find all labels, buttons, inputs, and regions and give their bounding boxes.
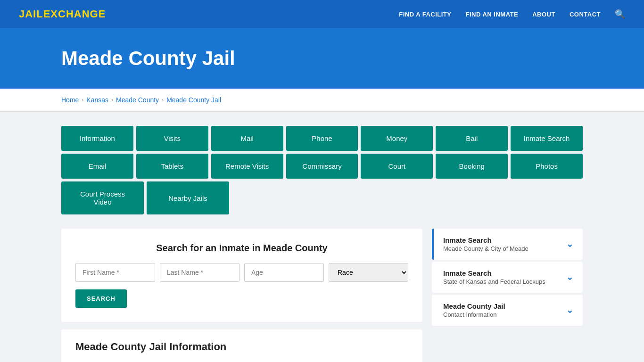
breadcrumb: Home › Kansas › Meade County › Meade Cou… xyxy=(61,96,583,104)
nav-find-facility[interactable]: FIND A FACILITY xyxy=(399,11,451,18)
grid-btn-money[interactable]: Money xyxy=(361,126,433,151)
age-input[interactable] xyxy=(244,263,324,282)
grid-btn-commissary[interactable]: Commissary xyxy=(286,154,358,179)
search-icon-button[interactable]: 🔍 xyxy=(615,9,625,19)
sidebar-item-text-2: Meade County Jail Contact Information xyxy=(443,302,505,318)
main-content: InformationVisitsMailPhoneMoneyBailInmat… xyxy=(0,112,644,362)
first-name-input[interactable] xyxy=(75,263,155,282)
race-select[interactable]: RaceWhiteBlackHispanicAsianOther xyxy=(329,263,408,282)
main-nav: FIND A FACILITY FIND AN INMATE ABOUT CON… xyxy=(399,9,625,19)
header: JAILEXCHANGE FIND A FACILITY FIND AN INM… xyxy=(0,0,644,28)
sidebar-item-title-0: Inmate Search xyxy=(443,236,528,244)
sidebar-item-subtitle-1: State of Kansas and Federal Lockups xyxy=(443,278,545,285)
content-area: Search for an Inmate in Meade County Rac… xyxy=(61,229,583,362)
sidebar-item-1[interactable]: Inmate Search State of Kansas and Federa… xyxy=(432,262,583,293)
grid-btn-visits[interactable]: Visits xyxy=(136,126,208,151)
grid-btn-mail[interactable]: Mail xyxy=(211,126,283,151)
info-heading: Meade County Jail Information xyxy=(75,341,408,353)
nav-about[interactable]: ABOUT xyxy=(532,11,555,18)
breadcrumb-meade-county[interactable]: Meade County xyxy=(116,96,159,104)
search-fields: RaceWhiteBlackHispanicAsianOther xyxy=(75,263,408,282)
last-name-input[interactable] xyxy=(160,263,239,282)
breadcrumb-home[interactable]: Home xyxy=(61,96,79,104)
search-button[interactable]: SEARCH xyxy=(75,289,127,308)
chevron-icon-1: ⌄ xyxy=(566,272,573,282)
logo[interactable]: JAILEXCHANGE xyxy=(19,8,106,20)
sidebar-item-subtitle-2: Contact Information xyxy=(443,311,505,318)
chevron-icon-2: ⌄ xyxy=(566,305,573,315)
breadcrumb-kansas[interactable]: Kansas xyxy=(86,96,108,104)
chevron-icon-0: ⌄ xyxy=(566,239,573,249)
sidebar-item-0[interactable]: Inmate Search Meade County & City of Mea… xyxy=(432,229,583,260)
grid-btn-inmate-search[interactable]: Inmate Search xyxy=(511,126,583,151)
grid-btn-court-process-video[interactable]: Court Process Video xyxy=(61,181,144,214)
nav-contact[interactable]: CONTACT xyxy=(570,11,601,18)
sidebar-item-text-1: Inmate Search State of Kansas and Federa… xyxy=(443,269,545,285)
page-title: Meade County Jail xyxy=(61,47,625,70)
breadcrumb-sep-1: › xyxy=(82,97,83,103)
sidebar-item-2[interactable]: Meade County Jail Contact Information ⌄ xyxy=(432,295,583,326)
breadcrumb-sep-2: › xyxy=(111,97,113,103)
hero-section: Meade County Jail xyxy=(0,28,644,89)
grid-btn-tablets[interactable]: Tablets xyxy=(136,154,208,179)
sidebar-item-subtitle-0: Meade County & City of Meade xyxy=(443,245,528,252)
logo-jail: JAIL xyxy=(19,8,43,20)
grid-btn-bail[interactable]: Bail xyxy=(436,126,508,151)
nav-find-inmate[interactable]: FIND AN INMATE xyxy=(465,11,518,18)
search-heading: Search for an Inmate in Meade County xyxy=(75,243,408,254)
grid-btn-nearby-jails[interactable]: Nearby Jails xyxy=(147,181,229,214)
breadcrumb-current: Meade County Jail xyxy=(166,96,221,104)
logo-exchange: EXCHANGE xyxy=(43,8,106,20)
inmate-search-box: Search for an Inmate in Meade County Rac… xyxy=(61,229,422,322)
grid-btn-remote-visits[interactable]: Remote Visits xyxy=(211,154,283,179)
breadcrumb-sep-3: › xyxy=(162,97,164,103)
sidebar: Inmate Search Meade County & City of Mea… xyxy=(432,229,583,326)
grid-btn-email[interactable]: Email xyxy=(61,154,133,179)
category-button-grid: InformationVisitsMailPhoneMoneyBailInmat… xyxy=(61,126,583,214)
grid-btn-court[interactable]: Court xyxy=(361,154,433,179)
sidebar-item-text-0: Inmate Search Meade County & City of Mea… xyxy=(443,236,528,252)
breadcrumb-bar: Home › Kansas › Meade County › Meade Cou… xyxy=(0,89,644,112)
grid-btn-booking[interactable]: Booking xyxy=(436,154,508,179)
grid-btn-phone[interactable]: Phone xyxy=(286,126,358,151)
grid-btn-information[interactable]: Information xyxy=(61,126,133,151)
grid-btn-photos[interactable]: Photos xyxy=(511,154,583,179)
sidebar-item-title-1: Inmate Search xyxy=(443,269,545,277)
info-section: Meade County Jail Information xyxy=(61,329,422,362)
sidebar-item-title-2: Meade County Jail xyxy=(443,302,505,310)
